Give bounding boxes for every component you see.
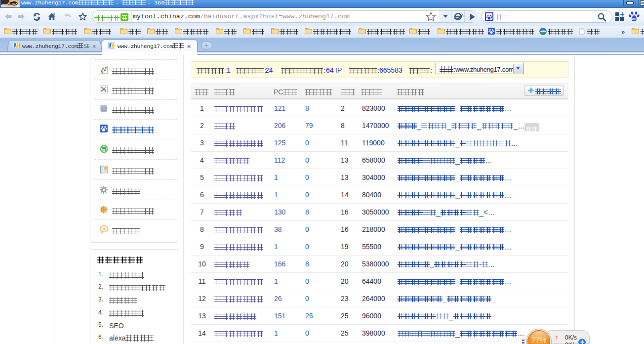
svg-text:du: du	[632, 17, 637, 21]
svg-text:w: w	[102, 147, 106, 152]
svg-text:?: ?	[103, 227, 106, 232]
